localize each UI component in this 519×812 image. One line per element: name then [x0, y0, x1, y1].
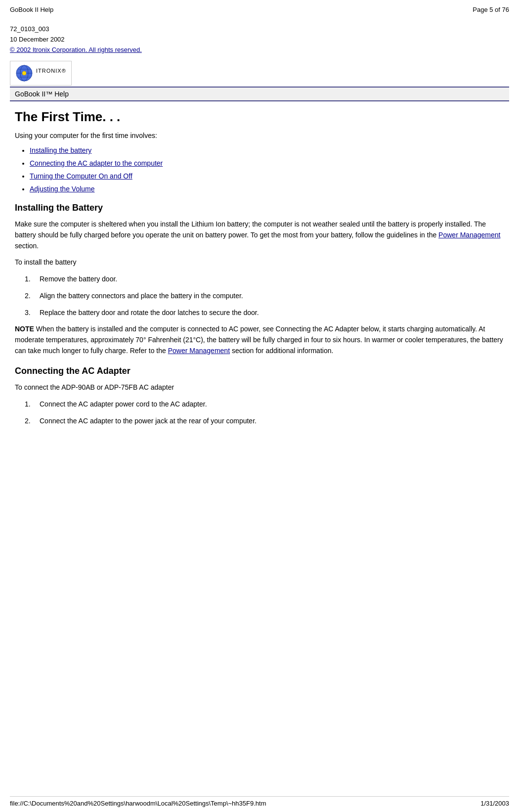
- battery-steps: 1. Remove the battery door. 2. Align the…: [25, 274, 504, 318]
- list-item: Connecting the AC adapter to the compute…: [30, 159, 504, 167]
- svg-point-5: [22, 71, 26, 75]
- battery-para-2: To install the battery: [15, 257, 504, 268]
- globe-icon: [15, 64, 33, 82]
- top-bar: GoBook II Help Page 5 of 76: [10, 4, 509, 17]
- battery-step-2: 2. Align the battery connectors and plac…: [25, 291, 504, 302]
- logo-area: ITRONIX®: [10, 61, 509, 86]
- meta-info: 72_0103_003 10 December 2002 © 2002 Itro…: [10, 24, 509, 55]
- page-wrapper: GoBook II Help Page 5 of 76 72_0103_003 …: [0, 0, 519, 812]
- meta-line3: © 2002 Itronix Corporation. All rights r…: [10, 45, 509, 55]
- link-adjusting-volume[interactable]: Adjusting the Volume: [30, 185, 95, 193]
- link-list: Installing the battery Connecting the AC…: [30, 146, 504, 193]
- list-item: Installing the battery: [30, 146, 504, 154]
- section-title-battery: Installing the Battery: [15, 203, 504, 213]
- logo-box: ITRONIX®: [10, 61, 72, 86]
- link-connecting-ac[interactable]: Connecting the AC adapter to the compute…: [30, 159, 163, 167]
- app-title: GoBook II Help: [10, 6, 53, 13]
- date-stamp: 1/31/2003: [480, 800, 509, 807]
- gobook-header-label: GoBook II™ Help: [15, 90, 69, 98]
- note-label: NOTE: [15, 325, 34, 333]
- main-title: The First Time. . .: [15, 109, 504, 125]
- intro-text: Using your computer for the first time i…: [15, 132, 504, 139]
- power-management-link-2[interactable]: Power Management: [168, 347, 230, 355]
- list-item: Adjusting the Volume: [30, 185, 504, 193]
- ac-para-1: To connect the ADP-90AB or ADP-75FB AC a…: [15, 382, 504, 393]
- power-management-link-1[interactable]: Power Management: [438, 231, 500, 239]
- file-path: file://C:\Documents%20and%20Settings\har…: [10, 800, 266, 807]
- logo-brand-text: ITRONIX®: [36, 67, 66, 80]
- section-title-ac: Connecting the AC Adapter: [15, 366, 504, 376]
- battery-step-1: 1. Remove the battery door.: [25, 274, 504, 285]
- copyright-link[interactable]: © 2002 Itronix Corporation. All rights r…: [10, 46, 142, 53]
- ac-step-2: 2. Connect the AC adapter to the power j…: [25, 416, 504, 427]
- meta-line2: 10 December 2002: [10, 35, 509, 45]
- logo-trademark: ®: [62, 68, 66, 74]
- link-installing-battery[interactable]: Installing the battery: [30, 146, 91, 154]
- ac-step-1: 1. Connect the AC adapter power cord to …: [25, 399, 504, 410]
- battery-note: NOTE When the battery is installed and t…: [15, 324, 504, 356]
- bottom-bar: file://C:\Documents%20and%20Settings\har…: [10, 796, 509, 807]
- meta-line1: 72_0103_003: [10, 24, 509, 35]
- gobook-header-bar: GoBook II™ Help: [10, 87, 509, 101]
- battery-para-1: Make sure the computer is sheltered when…: [15, 219, 504, 251]
- link-turning-on-off[interactable]: Turning the Computer On and Off: [30, 172, 132, 180]
- battery-step-3: 3. Replace the battery door and rotate t…: [25, 308, 504, 318]
- main-content: The First Time. . . Using your computer …: [10, 109, 509, 426]
- ac-steps: 1. Connect the AC adapter power cord to …: [25, 399, 504, 426]
- list-item: Turning the Computer On and Off: [30, 172, 504, 180]
- page-number: Page 5 of 76: [473, 6, 509, 13]
